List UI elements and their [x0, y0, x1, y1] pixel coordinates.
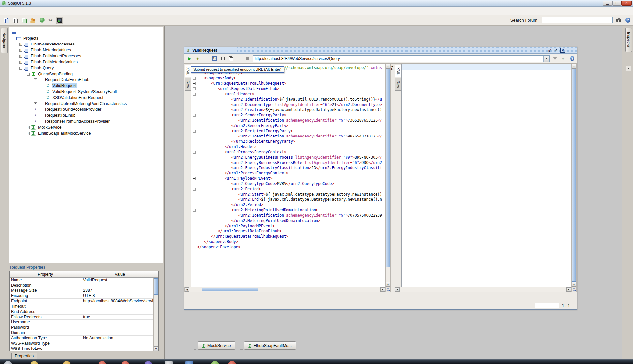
request-magnifier-icon[interactable]	[385, 287, 391, 292]
tree-node[interactable]: − Elhub-Query	[9, 65, 163, 71]
os-titlebar[interactable]: SoapUI 5.1.3 ▁ ▢ ✕	[0, 0, 633, 7]
tree-node[interactable]: + RequestToGridAccessProvider	[9, 106, 163, 112]
help-icon[interactable]: ?	[625, 18, 630, 23]
window-close-icon[interactable]: ✕	[560, 48, 565, 53]
fold-toggle-icon[interactable]	[193, 130, 196, 133]
minimized-window-button[interactable]: MockService	[198, 341, 235, 350]
tree-node[interactable]: + Elhub-PollMarketProcesses	[9, 53, 163, 59]
tree-node[interactable]: + Elhub-PollMeteringValues	[9, 59, 163, 65]
minimized-window-button[interactable]: ElhubSoapFaultMo...	[244, 341, 296, 350]
taskbar-icon[interactable]	[4, 361, 12, 364]
expander-icon[interactable]: −	[27, 73, 30, 76]
inspector-side-tab[interactable]: Inspector	[625, 28, 632, 52]
tree-node[interactable]: + ResponseFromGridAccessProvider	[9, 118, 163, 124]
tree-node[interactable]: ValidRequest-System/SecurityFault	[9, 89, 163, 95]
response-xml-tab[interactable]: XML	[395, 65, 401, 77]
property-row[interactable]: Message Size 2387	[10, 288, 158, 293]
taskbar-icon[interactable]	[30, 361, 38, 364]
property-row[interactable]: Follow Redirects true	[10, 315, 158, 320]
fold-toggle-icon[interactable]	[193, 114, 196, 117]
endpoint-url-input[interactable]	[253, 56, 543, 61]
property-row[interactable]: Timeout	[10, 304, 158, 309]
expander-icon[interactable]: +	[34, 114, 37, 117]
minimize-icon[interactable]: ▁	[603, 1, 612, 6]
scroll-left-icon[interactable]: ◀	[185, 287, 189, 292]
window-restore-icon[interactable]: ↙	[548, 48, 551, 53]
taskbar-icon[interactable]	[211, 361, 219, 364]
property-row[interactable]: Endpoint http://localhost:8084/WebServic…	[10, 299, 158, 304]
scroll-down-icon[interactable]: ▼	[572, 282, 576, 287]
search-forum-input[interactable]	[542, 17, 613, 23]
expander-icon[interactable]: +	[27, 132, 30, 135]
request-xml-tab[interactable]: XML	[185, 65, 191, 77]
response-vertical-scrollbar[interactable]: ▲ ▼	[571, 64, 577, 287]
property-row[interactable]: WSS-Password Type	[10, 341, 158, 346]
taskbar-icon[interactable]	[165, 361, 173, 364]
tree-node[interactable]: + MockService	[9, 124, 163, 130]
scroll-up-icon[interactable]: ▲	[572, 64, 576, 69]
expander-icon[interactable]: +	[27, 126, 30, 129]
tree-node[interactable]: + ElhubSoapFaultMockService	[9, 130, 163, 136]
tree-node[interactable]: ValidRequest	[9, 83, 163, 89]
response-raw-tab[interactable]: Raw	[395, 78, 401, 91]
os-taskbar[interactable]	[0, 359, 633, 364]
request-raw-tab[interactable]: Raw	[185, 78, 191, 91]
fold-toggle-icon[interactable]	[193, 82, 196, 85]
fold-toggle-icon[interactable]	[193, 77, 196, 80]
property-row[interactable]: Encoding UTF-8	[10, 293, 158, 299]
tree-node[interactable]: − RequestDataFromElhub	[9, 77, 163, 83]
property-row[interactable]: Password	[10, 325, 158, 330]
menu-item[interactable]	[1, 10, 9, 12]
expander-icon[interactable]: +	[19, 61, 22, 64]
tree-node[interactable]: XSDValidationErrorRequest	[9, 95, 163, 101]
editor-splitter[interactable]: ◀▶	[391, 64, 395, 292]
tree-node[interactable]: + Elhub-MarketProcesses	[9, 41, 163, 47]
close-icon[interactable]: ✕	[621, 1, 632, 6]
tree-node[interactable]: + Elhub-MeteringValues	[9, 47, 163, 53]
scroll-down-icon[interactable]: ▼	[386, 282, 390, 287]
menu-item[interactable]	[23, 10, 30, 12]
column-header-property[interactable]: Property	[10, 271, 81, 277]
property-row[interactable]: WSS TimeToLive	[10, 346, 158, 351]
scroll-down-icon[interactable]: ▼	[154, 346, 158, 351]
taskbar-icon[interactable]	[144, 361, 152, 364]
property-row[interactable]: Authentication Type No Authorization	[10, 336, 158, 341]
tree-options-icon[interactable]	[12, 31, 16, 34]
expander-icon[interactable]: +	[19, 49, 22, 52]
fold-toggle-icon[interactable]	[193, 188, 196, 191]
properties-bottom-tab[interactable]: Properties	[11, 353, 37, 359]
expander-icon[interactable]: +	[34, 108, 37, 111]
property-row[interactable]: Bind Address	[10, 309, 158, 315]
taskbar-icon[interactable]	[228, 361, 236, 364]
expander-icon[interactable]: +	[19, 55, 22, 58]
response-xml-editor[interactable]	[401, 64, 571, 287]
expander-icon[interactable]: +	[19, 43, 22, 46]
expander-icon[interactable]: −	[19, 67, 22, 70]
response-horizontal-scrollbar[interactable]: ◀ ▶	[395, 287, 571, 292]
tree-node[interactable]: + RequestToElhub	[9, 112, 163, 118]
navigator-side-tab[interactable]: Navigator	[1, 28, 8, 53]
column-header-value[interactable]: Value	[81, 271, 158, 277]
fold-toggle-icon[interactable]	[193, 151, 196, 154]
fold-toggle-icon[interactable]	[193, 93, 196, 96]
taskbar-icon[interactable]	[98, 361, 106, 364]
window-maximize-icon[interactable]: ↗	[554, 48, 558, 53]
property-row[interactable]: Domain	[10, 330, 158, 336]
maximize-icon[interactable]: ▢	[612, 1, 621, 6]
expander-icon[interactable]: +	[34, 120, 37, 123]
drag-grip-icon[interactable]	[194, 341, 196, 350]
property-row[interactable]: Description	[10, 283, 158, 288]
taskbar-icon[interactable]	[121, 361, 129, 364]
expander-icon[interactable]: −	[34, 78, 37, 81]
tree-node[interactable]: Projects	[9, 35, 163, 41]
menu-item[interactable]	[16, 10, 23, 12]
search-icon[interactable]	[616, 18, 622, 22]
scroll-right-icon[interactable]: ▶	[566, 287, 571, 292]
fold-toggle-icon[interactable]	[193, 177, 196, 180]
drag-grip-icon[interactable]	[240, 341, 243, 350]
taskbar-icon[interactable]	[63, 361, 71, 364]
properties-scrollbar[interactable]: ▼	[153, 278, 158, 351]
scroll-right-icon[interactable]: ▶	[380, 287, 385, 292]
expander-icon[interactable]: +	[34, 102, 37, 105]
tree-node[interactable]: − QuerySoapBinding	[9, 71, 163, 77]
